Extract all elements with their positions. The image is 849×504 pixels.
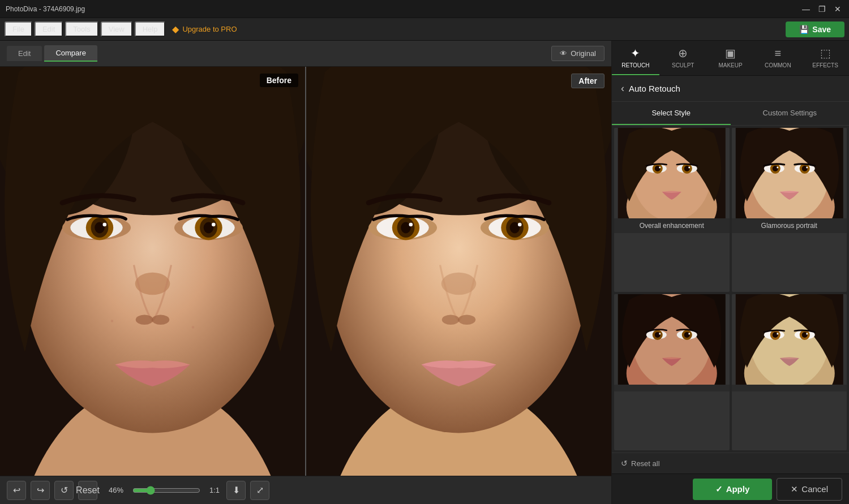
before-image — [0, 67, 305, 476]
makeup-icon: ▣ — [725, 46, 736, 60]
cancel-button[interactable]: ✕ Cancel — [777, 478, 842, 501]
portrait-thumbnail-4 — [732, 294, 847, 385]
style-card-label-4 — [732, 385, 847, 391]
tab-compare[interactable]: Compare — [44, 45, 97, 62]
nav-retouch[interactable]: ✦ RETOUCH — [612, 41, 659, 75]
svg-point-65 — [806, 167, 808, 169]
portrait-thumbnail-2 — [732, 128, 847, 218]
style-card-image-3 — [614, 294, 730, 385]
svg-point-49 — [655, 166, 661, 171]
action-bar: ✓ Apply ✕ Cancel — [612, 473, 849, 504]
portrait-thumbnail-1 — [614, 128, 730, 218]
compare-divider — [305, 67, 306, 476]
zoom-ratio: 1:1 — [209, 486, 220, 494]
right-panel: ✦ RETOUCH ⊕ SCULPT ▣ MAKEUP ≡ COMMON ⬚ E… — [611, 41, 849, 504]
svg-point-75 — [684, 332, 690, 338]
image-compare: Before — [0, 67, 611, 476]
svg-point-11 — [103, 223, 107, 227]
reset-button[interactable]: Reset — [78, 481, 97, 500]
minimize-button[interactable]: — — [800, 5, 812, 14]
style-card-image-4 — [732, 294, 847, 385]
reset-icon: ↺ — [621, 459, 628, 468]
svg-point-60 — [772, 166, 778, 171]
svg-point-20 — [152, 315, 169, 325]
after-panel: After — [306, 67, 611, 476]
titlebar: PhotoDiva - 374A6909.jpg — ❐ ✕ — [0, 0, 849, 18]
svg-point-71 — [655, 332, 661, 338]
svg-point-19 — [136, 315, 153, 325]
save-icon: 💾 — [799, 25, 809, 34]
menu-tools[interactable]: Tools — [65, 21, 98, 37]
history-button[interactable]: ↺ — [54, 481, 74, 500]
after-image — [306, 67, 611, 476]
diamond-icon: ◆ — [172, 24, 179, 35]
svg-point-64 — [801, 166, 807, 171]
nav-sculpt[interactable]: ⊕ SCULPT — [659, 41, 707, 75]
style-card-label-3 — [614, 385, 730, 391]
svg-point-61 — [777, 167, 778, 169]
svg-point-42 — [442, 315, 460, 325]
menu-file[interactable]: File — [5, 21, 32, 37]
check-icon: ✓ — [715, 484, 723, 494]
window-controls: — ❐ ✕ — [800, 5, 843, 14]
tab-select-style[interactable]: Select Style — [612, 102, 731, 125]
main-layout: Edit Compare 👁 Original Before — [0, 41, 849, 504]
before-panel: Before — [0, 67, 305, 476]
menu-help[interactable]: Help — [135, 21, 166, 37]
reset-all-row[interactable]: ↺ Reset all — [612, 453, 849, 473]
svg-point-82 — [772, 332, 778, 338]
svg-point-87 — [806, 333, 808, 335]
svg-point-53 — [684, 166, 690, 171]
tab-custom-settings[interactable]: Custom Settings — [731, 102, 850, 125]
portrait-thumbnail-3 — [614, 294, 730, 385]
svg-point-34 — [409, 223, 413, 227]
tab-edit[interactable]: Edit — [7, 46, 42, 61]
style-card-glamorous[interactable]: Glamorous portrait — [732, 128, 847, 292]
redo-button[interactable]: ↪ — [31, 481, 50, 500]
fullscreen-button[interactable]: ⤢ — [250, 481, 269, 500]
zoom-slider[interactable] — [132, 486, 200, 495]
download-button[interactable]: ⬇ — [226, 481, 246, 500]
x-icon: ✕ — [791, 484, 798, 494]
menu-view[interactable]: View — [101, 21, 132, 37]
nav-common[interactable]: ≡ COMMON — [754, 41, 801, 75]
svg-point-72 — [659, 333, 661, 335]
style-card-4[interactable] — [732, 294, 847, 450]
original-button[interactable]: 👁 Original — [551, 46, 604, 61]
canvas-toolbar: Edit Compare 👁 Original — [0, 41, 611, 67]
style-grid: Overall enhancement — [612, 126, 849, 453]
style-card-overall[interactable]: Overall enhancement — [614, 128, 730, 292]
canvas-area: Edit Compare 👁 Original Before — [0, 41, 611, 504]
svg-point-86 — [801, 332, 807, 338]
svg-point-17 — [212, 223, 216, 227]
menubar: File Edit Tools View Help ◆ Upgrade to P… — [0, 18, 849, 41]
style-card-label-2: Glamorous portrait — [732, 218, 847, 233]
style-card-image-2 — [732, 128, 847, 218]
svg-point-76 — [688, 333, 690, 335]
style-tabs: Select Style Custom Settings — [612, 102, 849, 126]
common-icon: ≡ — [774, 47, 781, 60]
upgrade-button[interactable]: ◆ Upgrade to PRO — [172, 24, 237, 35]
undo-button[interactable]: ↩ — [7, 481, 26, 500]
apply-button[interactable]: ✓ Apply — [693, 479, 773, 500]
back-button[interactable]: ‹ — [621, 83, 624, 94]
style-card-image-1 — [614, 128, 730, 218]
zoom-value: 46% — [109, 486, 123, 494]
style-card-3[interactable] — [614, 294, 730, 450]
effects-icon: ⬚ — [820, 46, 831, 60]
style-card-label-1: Overall enhancement — [614, 218, 730, 233]
bottom-toolbar: ↩ ↪ ↺ Reset 46% 1:1 ⬇ ⤢ — [0, 476, 611, 504]
panel-nav: ✦ RETOUCH ⊕ SCULPT ▣ MAKEUP ≡ COMMON ⬚ E… — [612, 41, 849, 76]
save-button[interactable]: 💾 Save — [786, 21, 844, 37]
svg-point-40 — [518, 223, 522, 227]
panel-content: ‹ Auto Retouch Select Style Custom Setti… — [612, 76, 849, 473]
after-label: After — [571, 74, 604, 88]
menu-edit[interactable]: Edit — [35, 21, 63, 37]
zoom-slider-wrap — [132, 486, 200, 495]
app-title: PhotoDiva - 374A6909.jpg — [6, 5, 85, 13]
nav-makeup[interactable]: ▣ MAKEUP — [707, 41, 754, 75]
close-button[interactable]: ✕ — [832, 5, 843, 14]
retouch-icon: ✦ — [631, 46, 640, 60]
maximize-button[interactable]: ❐ — [816, 5, 827, 14]
nav-effects[interactable]: ⬚ EFFECTS — [801, 41, 849, 75]
